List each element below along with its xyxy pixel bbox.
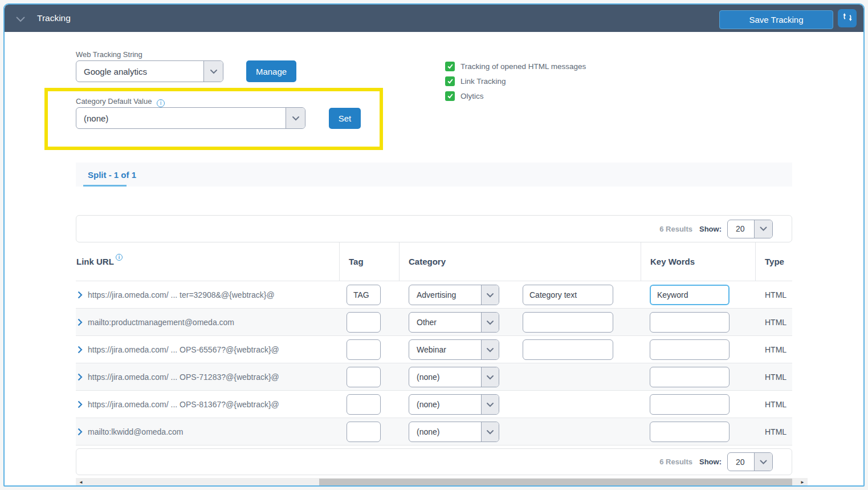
- checkbox-checked[interactable]: [445, 62, 455, 71]
- tag-input[interactable]: [347, 422, 381, 442]
- chevron-down-icon: [481, 395, 499, 414]
- refresh-button[interactable]: [838, 9, 857, 27]
- keyword-input[interactable]: [650, 422, 730, 442]
- set-button[interactable]: Set: [329, 108, 361, 129]
- table-body: https://jira.omeda.com/ ... ter=32908&@{…: [76, 281, 792, 446]
- link-url-cell: https://jira.omeda.com/ ... OPS-65567?@{…: [78, 336, 279, 363]
- table-row: mailto:lkwidd@omeda.com (none) HTML: [76, 418, 792, 445]
- horizontal-scrollbar[interactable]: ◄ ►: [76, 478, 808, 487]
- link-url-cell: https://jira.omeda.com/ ... ter=32908&@{…: [78, 281, 275, 309]
- table-row: https://jira.omeda.com/ ... OPS-81367?@{…: [76, 390, 792, 418]
- tracking-option-row: Link Tracking: [445, 76, 506, 86]
- category-select[interactable]: (none): [409, 422, 499, 442]
- tag-input[interactable]: [347, 285, 381, 305]
- chevron-down-icon: [754, 220, 772, 238]
- scroll-right-icon[interactable]: ►: [798, 478, 806, 487]
- page-size-select[interactable]: 20: [727, 220, 773, 238]
- checkbox-checked[interactable]: [445, 76, 455, 86]
- chevron-down-icon: [481, 340, 499, 359]
- category-default-label: Category Default Value i: [76, 97, 165, 107]
- checkbox-checked[interactable]: [445, 91, 455, 101]
- link-url[interactable]: mailto:productmanagement@omeda.com: [88, 318, 234, 327]
- category-select[interactable]: Webinar: [409, 339, 499, 360]
- table-row: mailto:productmanagement@omeda.com Other…: [76, 308, 792, 335]
- type-value: HTML: [765, 391, 787, 418]
- web-tracking-select[interactable]: Google analytics: [76, 60, 223, 82]
- type-value: HTML: [765, 363, 787, 391]
- page-title: Tracking: [37, 5, 71, 32]
- chevron-down-icon: [286, 108, 305, 128]
- category-text-input[interactable]: [523, 312, 613, 333]
- info-icon[interactable]: i: [157, 99, 165, 107]
- link-url[interactable]: https://jira.omeda.com/ ... OPS-71283?@{…: [88, 372, 279, 382]
- checkbox-label: Link Tracking: [461, 77, 506, 86]
- column-header-category: Category: [409, 242, 446, 281]
- chevron-down-icon[interactable]: [15, 14, 26, 25]
- link-url-cell: mailto:productmanagement@omeda.com: [78, 309, 234, 336]
- results-bar-top: 6 Results Show: 20: [76, 215, 792, 242]
- tag-input[interactable]: [347, 339, 381, 360]
- table-row: https://jira.omeda.com/ ... ter=32908&@{…: [76, 281, 792, 308]
- results-bar-bottom: 6 Results Show: 20: [76, 448, 792, 475]
- category-text-input[interactable]: [523, 339, 613, 360]
- results-count: 6 Results: [659, 457, 692, 466]
- chevron-right-icon[interactable]: [78, 318, 83, 326]
- info-icon[interactable]: i: [116, 254, 123, 261]
- manage-button[interactable]: Manage: [246, 60, 296, 82]
- show-label: Show:: [699, 457, 722, 466]
- tab-active-underline: [83, 185, 127, 187]
- chevron-down-icon: [203, 61, 223, 82]
- keyword-input[interactable]: [650, 367, 730, 387]
- category-select[interactable]: Other: [409, 312, 499, 333]
- keyword-input[interactable]: [650, 312, 730, 333]
- save-tracking-button[interactable]: Save Tracking: [719, 10, 833, 29]
- chevron-right-icon[interactable]: [78, 400, 83, 408]
- tracking-panel: Tracking Save Tracking Web Tracking Stri…: [3, 3, 865, 487]
- keyword-input[interactable]: [650, 285, 730, 305]
- link-url-cell: https://jira.omeda.com/ ... OPS-81367?@{…: [78, 391, 279, 418]
- scroll-left-icon[interactable]: ◄: [77, 478, 85, 487]
- checkbox-label: Tracking of opened HTML messages: [461, 62, 586, 71]
- link-url[interactable]: https://jira.omeda.com/ ... OPS-81367?@{…: [88, 400, 279, 409]
- chevron-down-icon: [481, 422, 499, 442]
- show-label: Show:: [699, 225, 722, 233]
- column-header-link-url: Link URL i: [76, 242, 123, 281]
- web-tracking-label: Web Tracking String: [76, 50, 142, 59]
- category-select[interactable]: (none): [409, 367, 499, 387]
- results-count: 6 Results: [659, 225, 692, 233]
- tab-split[interactable]: Split - 1 of 1: [83, 163, 141, 187]
- category-text-input[interactable]: [523, 285, 613, 305]
- table-header-row: Link URL i Tag Category Key Words Type: [76, 242, 792, 281]
- category-select[interactable]: Advertising: [409, 285, 499, 305]
- chevron-right-icon[interactable]: [78, 346, 83, 354]
- link-table: Link URL i Tag Category Key Words Type h…: [76, 242, 792, 445]
- scrollbar-thumb[interactable]: [319, 479, 792, 486]
- header-bar: Tracking Save Tracking: [5, 5, 863, 32]
- chevron-down-icon: [481, 313, 499, 332]
- column-header-key-words: Key Words: [650, 242, 695, 281]
- link-url[interactable]: https://jira.omeda.com/ ... ter=32908&@{…: [88, 290, 275, 299]
- refresh-icon: [842, 12, 853, 25]
- link-url-cell: mailto:lkwidd@omeda.com: [78, 418, 184, 446]
- chevron-down-icon: [481, 367, 499, 387]
- keyword-input[interactable]: [650, 339, 730, 360]
- chevron-down-icon: [481, 285, 499, 305]
- link-url[interactable]: https://jira.omeda.com/ ... OPS-65567?@{…: [88, 345, 279, 354]
- page-size-select[interactable]: 20: [727, 452, 773, 471]
- category-default-select[interactable]: (none): [76, 107, 305, 129]
- chevron-right-icon[interactable]: [78, 373, 83, 381]
- column-header-type: Type: [765, 242, 784, 281]
- chevron-right-icon[interactable]: [78, 428, 83, 436]
- keyword-input[interactable]: [650, 394, 730, 415]
- table-row: https://jira.omeda.com/ ... OPS-65567?@{…: [76, 335, 792, 363]
- chevron-right-icon[interactable]: [78, 291, 83, 299]
- tag-input[interactable]: [347, 312, 381, 333]
- link-url[interactable]: mailto:lkwidd@omeda.com: [88, 427, 184, 436]
- type-value: HTML: [765, 336, 787, 363]
- chevron-down-icon: [754, 453, 772, 471]
- table-row: https://jira.omeda.com/ ... OPS-71283?@{…: [76, 363, 792, 390]
- tag-input[interactable]: [347, 394, 381, 415]
- category-select[interactable]: (none): [409, 394, 499, 415]
- tag-input[interactable]: [347, 367, 381, 387]
- tracking-option-row: Olytics: [445, 91, 484, 101]
